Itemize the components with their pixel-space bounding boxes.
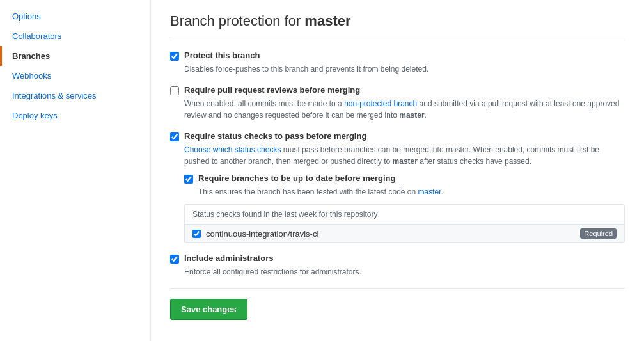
- status-checks-checkbox[interactable]: [170, 132, 179, 141]
- status-checks-label: Require status checks to pass before mer…: [184, 131, 366, 141]
- status-checks-header: Status checks found in the last week for…: [185, 205, 624, 225]
- required-badge: Required: [580, 228, 617, 239]
- sidebar-item-integrations[interactable]: Integrations & services: [0, 86, 150, 106]
- status-checks-section: Require status checks to pass before mer…: [170, 131, 625, 243]
- pull-request-desc: When enabled, all commits must be made t…: [184, 98, 625, 121]
- protect-branch-section: Protect this branch Disables force-pushe…: [170, 51, 625, 75]
- sidebar-item-branches[interactable]: Branches: [0, 46, 150, 66]
- choose-status-checks-link[interactable]: Choose which status checks: [184, 145, 281, 154]
- sidebar-item-options[interactable]: Options: [0, 6, 150, 26]
- status-check-item: continuous-integration/travis-ci Require…: [185, 225, 624, 242]
- protect-branch-desc: Disables force-pushes to this branch and…: [184, 63, 625, 75]
- include-admins-checkbox[interactable]: [170, 255, 179, 264]
- page-title: Branch protection for master: [170, 13, 625, 40]
- up-to-date-subsection: Require branches to be up to date before…: [184, 173, 625, 198]
- pull-request-label: Require pull request reviews before merg…: [184, 85, 360, 95]
- divider: [170, 288, 625, 289]
- pull-request-section: Require pull request reviews before merg…: [170, 85, 625, 121]
- sidebar-item-collaborators[interactable]: Collaborators: [0, 26, 150, 46]
- status-checks-box: Status checks found in the last week for…: [184, 204, 625, 243]
- travis-ci-label: continuous-integration/travis-ci: [206, 229, 318, 239]
- sidebar: Options Collaborators Branches Webhooks …: [0, 0, 151, 341]
- main-content: Branch protection for master Protect thi…: [151, 0, 644, 341]
- save-changes-button[interactable]: Save changes: [170, 299, 247, 320]
- master-link: master: [418, 187, 441, 196]
- sidebar-item-deploy-keys[interactable]: Deploy keys: [0, 106, 150, 125]
- include-admins-section: Include administrators Enforce all confi…: [170, 253, 625, 278]
- non-protected-branch-link[interactable]: non-protected branch: [344, 99, 417, 108]
- protect-branch-label: Protect this branch: [184, 51, 260, 60]
- status-checks-desc: Choose which status checks must pass bef…: [184, 144, 625, 167]
- include-admins-desc: Enforce all configured restrictions for …: [184, 266, 625, 278]
- sidebar-item-webhooks[interactable]: Webhooks: [0, 66, 150, 86]
- status-check-left: continuous-integration/travis-ci: [192, 229, 318, 239]
- up-to-date-label: Require branches to be up to date before…: [198, 173, 395, 183]
- include-admins-label: Include administrators: [184, 253, 273, 263]
- pull-request-checkbox[interactable]: [170, 86, 179, 95]
- up-to-date-desc: This ensures the branch has been tested …: [198, 186, 625, 198]
- up-to-date-checkbox[interactable]: [184, 175, 193, 184]
- protect-branch-checkbox[interactable]: [170, 52, 179, 61]
- travis-ci-checkbox[interactable]: [192, 230, 201, 238]
